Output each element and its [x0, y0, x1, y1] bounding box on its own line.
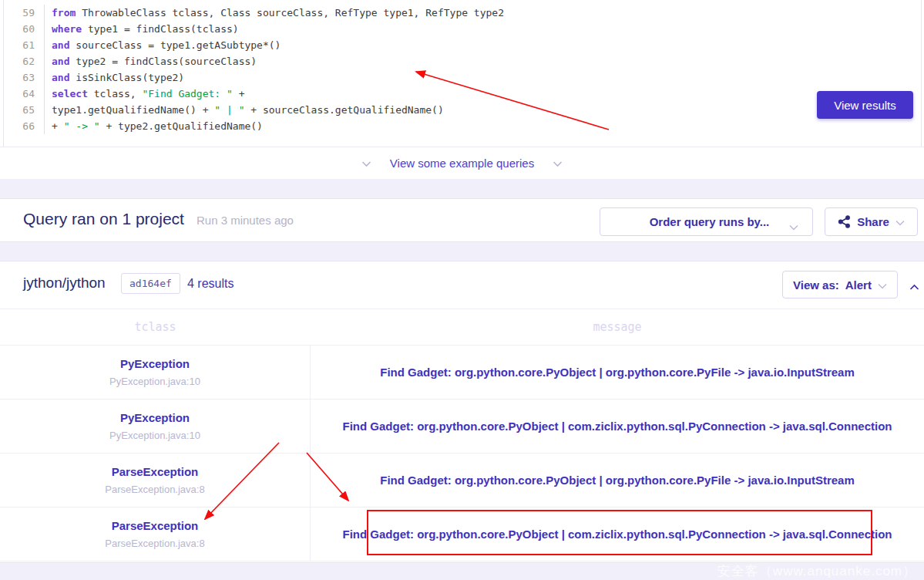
code-line: 66+ " -> " + type2.getQualifiedName() [0, 118, 924, 134]
results-card: jython/jython ad164ef 4 results View as:… [0, 261, 924, 563]
example-queries-bar: View some example queries [0, 147, 924, 179]
view-example-queries-link[interactable]: View some example queries [390, 157, 534, 170]
line-number: 65 [0, 102, 45, 118]
tclass-location: ParseException.java:8 [105, 538, 204, 549]
code-line: 64select tclass, "Find Gadget: " + [0, 86, 924, 102]
query-summary-title: Query ran on 1 project [23, 210, 184, 228]
code-editor[interactable]: 59from ThrowableClass tclass, Class sour… [0, 0, 924, 147]
line-number: 66 [0, 118, 45, 134]
message-link[interactable]: Find Gadget: org.python.core.PyObject | … [365, 474, 870, 487]
tclass-location: PyException.java:10 [109, 376, 200, 387]
query-run-time: Run 3 minutes ago [197, 214, 294, 227]
code-line: 59from ThrowableClass tclass, Class sour… [0, 5, 924, 21]
tclass-link[interactable]: PyException [120, 357, 190, 370]
view-as-value: Alert [845, 278, 872, 292]
tclass-cell: PyExceptionPyException.java:10 [0, 346, 311, 399]
code-text: from ThrowableClass tclass, Class source… [45, 5, 504, 21]
tclass-link[interactable]: ParseException [112, 465, 199, 478]
tclass-cell: ParseExceptionParseException.java:8 [0, 454, 311, 507]
chevron-down-icon [878, 278, 887, 292]
code-text: and sourceClass = type1.getASubtype*() [45, 37, 281, 53]
code-line: 60where type1 = findClass(tclass) [0, 21, 924, 37]
message-link[interactable]: Find Gadget: org.python.core.PyObject | … [327, 528, 907, 541]
line-number: 62 [0, 53, 45, 69]
view-as-label: View as: [793, 278, 839, 292]
share-dropdown[interactable]: Share [825, 207, 918, 236]
watermark: 安全客（www.anquanke.com） [717, 562, 916, 580]
code-text: select tclass, "Find Gadget: " + [45, 86, 244, 102]
share-label: Share [857, 215, 889, 228]
table-row: PyExceptionPyException.java:10Find Gadge… [0, 400, 924, 454]
column-header-tclass: tclass [0, 320, 311, 334]
order-dropdown-label: Order query runs by... [650, 215, 770, 228]
tclass-cell: PyExceptionPyException.java:10 [0, 400, 311, 453]
message-cell: Find Gadget: org.python.core.PyObject | … [311, 454, 924, 507]
message-link[interactable]: Find Gadget: org.python.core.PyObject | … [327, 420, 907, 433]
code-lines: 59from ThrowableClass tclass, Class sour… [0, 0, 924, 134]
commit-badge: ad164ef [121, 273, 180, 294]
chevron-down-icon [553, 157, 563, 170]
message-cell: Find Gadget: org.python.core.PyObject | … [311, 508, 924, 561]
chevron-down-icon [361, 157, 371, 170]
query-summary-card: Query ran on 1 project Run 3 minutes ago… [0, 198, 924, 242]
code-text: where type1 = findClass(tclass) [45, 21, 239, 37]
editor-right-border [921, 0, 922, 147]
table-row: ParseExceptionParseException.java:8Find … [0, 454, 924, 508]
line-number: 59 [0, 5, 45, 21]
message-cell: Find Gadget: org.python.core.PyObject | … [311, 346, 924, 399]
tclass-link[interactable]: ParseException [112, 519, 199, 532]
line-number: 61 [0, 37, 45, 53]
code-text: and isSinkClass(type2) [45, 69, 184, 86]
tclass-location: ParseException.java:8 [105, 484, 204, 495]
table-row: PyExceptionPyException.java:10Find Gadge… [0, 346, 924, 400]
code-text: + " -> " + type2.getQualifiedName() [45, 118, 263, 134]
order-query-runs-dropdown[interactable]: Order query runs by... [600, 207, 813, 236]
collapse-results-chevron-up-icon[interactable] [909, 280, 919, 294]
line-number: 63 [0, 69, 45, 86]
results-count: 4 results [187, 277, 234, 291]
editor-left-border [3, 0, 4, 147]
message-link[interactable]: Find Gadget: org.python.core.PyObject | … [365, 366, 870, 379]
line-number: 60 [0, 21, 45, 37]
code-text: type1.getQualifiedName() + " | " + sourc… [45, 102, 444, 118]
table-row: ParseExceptionParseException.java:8Find … [0, 508, 924, 561]
chevron-down-icon [789, 220, 798, 233]
column-header-message: message [311, 320, 924, 334]
tclass-location: PyException.java:10 [109, 430, 200, 441]
line-number: 64 [0, 86, 45, 102]
code-line: 65type1.getQualifiedName() + " | " + sou… [0, 102, 924, 118]
chevron-down-icon [895, 215, 905, 228]
view-results-button[interactable]: View results [817, 91, 913, 119]
code-line: 61and sourceClass = type1.getASubtype*() [0, 37, 924, 53]
tclass-cell: ParseExceptionParseException.java:8 [0, 508, 311, 561]
project-name[interactable]: jython/jython [23, 275, 106, 292]
results-table-body: PyExceptionPyException.java:10Find Gadge… [0, 346, 924, 561]
message-cell: Find Gadget: org.python.core.PyObject | … [311, 400, 924, 453]
results-header: jython/jython ad164ef 4 results View as:… [0, 261, 924, 309]
code-text: and type2 = findClass(sourceClass) [45, 53, 257, 69]
code-line: 62and type2 = findClass(sourceClass) [0, 53, 924, 69]
tclass-link[interactable]: PyException [120, 411, 190, 424]
code-line: 63and isSinkClass(type2) [0, 69, 924, 86]
results-table-header: tclassmessage [0, 309, 924, 346]
share-icon [838, 215, 851, 228]
view-as-dropdown[interactable]: View as: Alert [782, 271, 898, 298]
